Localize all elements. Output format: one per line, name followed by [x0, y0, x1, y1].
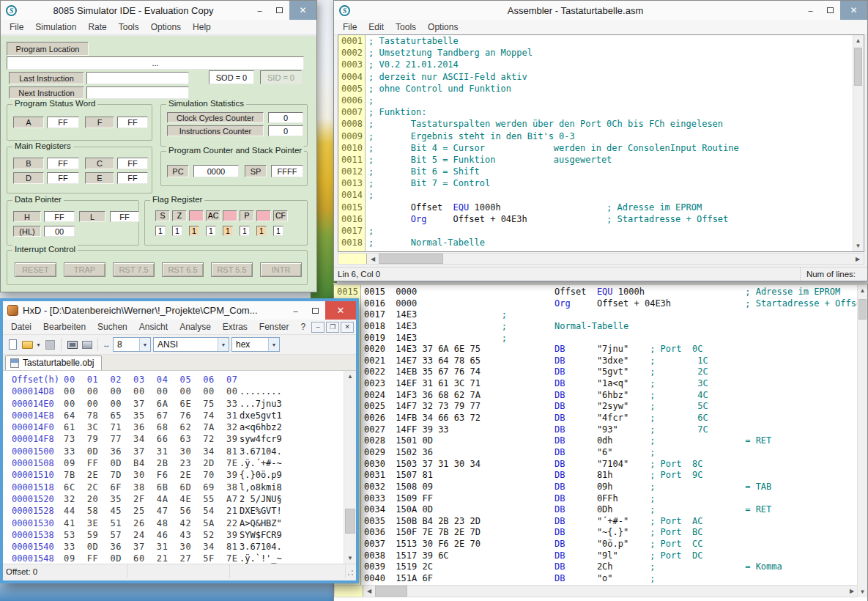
numberbase-select[interactable]: hex ▼	[231, 337, 280, 352]
scrollbar-track[interactable]	[407, 586, 846, 597]
menu-item[interactable]: Ansicht	[133, 320, 174, 333]
listing-vertical-scrollbar[interactable]: ▲ ▼	[857, 285, 867, 597]
resize-grip[interactable]	[346, 564, 356, 578]
menu-item[interactable]: Analyse	[174, 320, 217, 333]
hex-ascii[interactable]: 2 5/JNU§	[240, 493, 282, 505]
menu-item[interactable]: Edit	[363, 21, 390, 34]
flag-value-cell[interactable]: 1	[223, 226, 233, 236]
hex-ascii[interactable]: ........	[240, 386, 282, 397]
scroll-down-icon[interactable]: ▼	[858, 586, 867, 597]
file-tab[interactable]: Tastaturtabelle.obj	[5, 355, 102, 370]
scrollbar-track[interactable]	[858, 320, 867, 586]
register-d-value[interactable]: FF	[47, 172, 79, 184]
hex-editor-pane[interactable]: Offset(h) 00 01 02 03 04 05 06 07 000014…	[3, 371, 356, 564]
mdi-close-button[interactable]: ✕	[341, 322, 354, 333]
bytes-per-row-select[interactable]: 8 ▼	[113, 337, 151, 352]
hex-bytes[interactable]: 00 00 00 00 00 00 00 00	[64, 386, 240, 397]
scroll-up-icon[interactable]: ▲	[858, 285, 867, 296]
scrollbar-thumb[interactable]	[345, 509, 355, 534]
hex-bytes[interactable]: 09 FF 0D 60 21 27 5F 7E	[64, 553, 240, 564]
hex-bytes[interactable]: 61 3C 71 36 68 62 7A 32	[64, 421, 240, 433]
flag-value-cell[interactable]: 1	[172, 226, 182, 236]
scrollbar-thumb[interactable]	[379, 254, 443, 264]
register-c-value[interactable]: FF	[117, 158, 148, 169]
hex-ascii[interactable]: a<q6hbz2	[240, 421, 282, 433]
menu-item[interactable]: Datei	[5, 320, 37, 333]
register-e-value[interactable]: FF	[117, 172, 148, 184]
maximize-button[interactable]	[305, 301, 325, 320]
hex-ascii[interactable]: 3.67104.	[240, 541, 282, 553]
assembler-titlebar[interactable]: S Assembler - Tastaturtabelle.asm – ✕	[334, 1, 867, 20]
menu-item[interactable]: Options	[145, 21, 187, 34]
menu-item[interactable]: Simulation	[29, 21, 82, 34]
statistic-value[interactable]: 0	[268, 112, 303, 123]
menu-item[interactable]: Rate	[82, 21, 112, 34]
listing-horizontal-scrollbar[interactable]: ◀ ▶	[334, 585, 858, 597]
hex-bytes[interactable]: 41 3E 51 26 48 42 5A 22	[64, 517, 240, 529]
flag-value-cell[interactable]: 1	[206, 226, 216, 236]
interrupt-button[interactable]: RST 6.5	[162, 262, 204, 277]
statistic-value[interactable]: 0	[268, 125, 303, 136]
chevron-down-icon[interactable]: ▼	[139, 338, 150, 351]
hex-bytes[interactable]: 32 20 35 2F 4A 4E 55 A7	[64, 493, 240, 505]
register-f-value[interactable]: FF	[117, 117, 148, 128]
hex-bytes[interactable]: 33 0D 36 37 31 30 34 81	[64, 541, 240, 553]
listing-pane[interactable]: 0015 0015 0000 Offset EQU 1000h ; Adress…	[334, 287, 857, 585]
hex-bytes[interactable]: 6C 2C 6F 38 6B 6D 69 38	[64, 482, 240, 493]
register-hl-value[interactable]: 00	[44, 226, 75, 237]
save-icon[interactable]	[44, 339, 56, 351]
hex-ascii[interactable]: dxe5gvt1	[240, 410, 282, 421]
open-dropdown-icon[interactable]: ▼	[36, 342, 42, 347]
new-file-icon[interactable]	[7, 339, 19, 351]
menu-item[interactable]: Tools	[390, 21, 422, 34]
hex-bytes[interactable]: 7B 2E 7D 30 F6 2E 70 39	[64, 469, 240, 481]
pc-value[interactable]: 0000	[193, 165, 239, 177]
maximize-button[interactable]	[270, 1, 289, 20]
flag-value-cell[interactable]: 1	[189, 226, 199, 236]
editor-horizontal-scrollbar[interactable]: ◀ ▶	[338, 253, 864, 265]
menu-item[interactable]: ?	[295, 320, 312, 333]
menu-item[interactable]: Extras	[217, 320, 253, 333]
scroll-left-icon[interactable]: ◀	[363, 586, 375, 597]
flag-value-cell[interactable]: 1	[273, 226, 283, 236]
next-instruction-field[interactable]	[86, 86, 189, 99]
interrupt-button[interactable]: RST 7.5	[113, 262, 155, 277]
hex-ascii[interactable]: l,o8kmi8	[240, 482, 282, 493]
menu-item[interactable]: File	[337, 21, 363, 34]
flag-value-cell[interactable]: 1	[155, 226, 166, 236]
flag-value-cell[interactable]: 1	[240, 226, 250, 236]
close-button[interactable]: ✕	[325, 301, 356, 320]
hex-ascii[interactable]: .ÿ.`!'_~	[240, 553, 282, 564]
scrollbar-thumb[interactable]	[858, 299, 867, 320]
menu-item[interactable]: Options	[422, 21, 464, 34]
open-file-icon[interactable]	[21, 339, 34, 351]
scroll-down-icon[interactable]: ▼	[853, 240, 863, 251]
flag-value-cell[interactable]: 1	[256, 226, 267, 236]
close-button[interactable]: ✕	[840, 1, 867, 20]
chevron-down-icon[interactable]: ▼	[268, 338, 279, 351]
hex-bytes[interactable]: 53 59 57 24 46 43 52 39	[64, 529, 240, 541]
hex-ascii[interactable]: .ÿ.´+#-~	[240, 457, 282, 469]
menu-item[interactable]: Tools	[113, 21, 145, 34]
scrollbar-track[interactable]	[853, 86, 863, 240]
menu-item[interactable]: Fenster	[253, 320, 295, 333]
minimize-button[interactable]: –	[250, 1, 270, 20]
register-h-value[interactable]: FF	[44, 211, 75, 222]
sid-indicator[interactable]: SID = 0	[260, 70, 302, 84]
scroll-right-icon[interactable]: ▶	[852, 254, 864, 264]
hex-ascii[interactable]: A>Q&HBZ"	[240, 517, 282, 529]
source-editor[interactable]: 0001 ; Tastaturtabelle 0002 ; Umsetztung…	[338, 34, 864, 252]
hex-bytes[interactable]: 64 78 65 35 67 76 74 31	[64, 410, 240, 421]
scroll-down-icon[interactable]: ▼	[344, 553, 356, 564]
memory-chip-icon[interactable]	[66, 339, 78, 351]
scrollbar-track[interactable]	[443, 254, 852, 264]
hxd-titlebar[interactable]: HxD - [D:\Datenbereich\Werner\!_Projekte…	[3, 301, 356, 320]
disk-icon[interactable]	[81, 339, 93, 351]
close-button[interactable]: ✕	[289, 1, 316, 20]
scroll-left-icon[interactable]: ◀	[367, 254, 379, 264]
interrupt-button[interactable]: INTR	[260, 262, 302, 277]
last-instruction-field[interactable]	[86, 72, 189, 84]
chevron-down-icon[interactable]: ▼	[218, 338, 229, 351]
sp-value[interactable]: FFFF	[271, 165, 303, 177]
hex-bytes[interactable]: 00 00 00 37 6A 6E 75 33	[64, 398, 240, 410]
